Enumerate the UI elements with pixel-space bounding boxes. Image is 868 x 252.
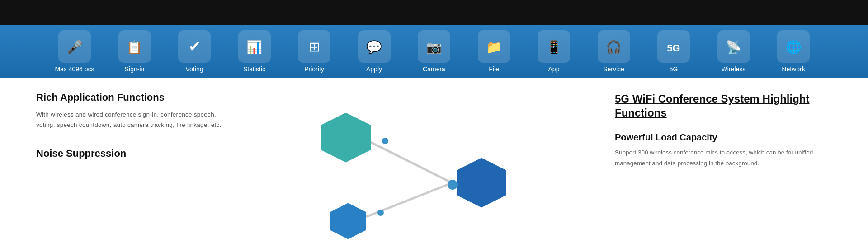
icon-item-voting[interactable]: Voting (174, 30, 215, 73)
noise-title: Noise Suppression (36, 148, 226, 159)
wireless-icon (726, 38, 741, 55)
app-icon (546, 38, 562, 55)
apply-icon (366, 38, 382, 55)
icon-label-signin: Sign-in (125, 65, 145, 73)
top-black-bar (0, 0, 868, 25)
icon-item-app[interactable]: App (533, 30, 574, 73)
camera-icon (426, 38, 442, 55)
icon-item-camera[interactable]: Camera (414, 30, 454, 73)
dot-bottom (377, 210, 384, 216)
icon-label-service: Service (603, 65, 624, 73)
icon-item-max4096[interactable]: Max 4096 pcs (54, 30, 95, 73)
statistic-icon (246, 38, 262, 55)
5g-icon (667, 38, 680, 55)
dot-center (448, 180, 458, 190)
main-title: 5G WiFi Conference System Highlight Func… (615, 92, 832, 120)
icon-label-5g: 5G (670, 65, 678, 73)
icon-box-max4096 (58, 30, 91, 63)
icon-label-priority: Priority (304, 65, 324, 73)
icon-box-wireless (717, 30, 750, 63)
icon-label-network: Network (782, 65, 805, 73)
icon-box-app (538, 30, 570, 63)
priority-icon (309, 38, 320, 55)
signin-icon (127, 38, 142, 55)
icon-box-camera (418, 30, 450, 63)
icon-item-5g[interactable]: 5G (653, 30, 694, 73)
network-icon (786, 38, 802, 55)
icon-label-camera: Camera (423, 65, 445, 73)
file-icon (486, 38, 502, 55)
icon-item-priority[interactable]: Priority (294, 30, 335, 73)
diagram-container (316, 113, 506, 239)
icon-box-network (777, 30, 810, 63)
middle-diagram (226, 92, 597, 252)
icon-item-wireless[interactable]: Wireless (713, 30, 754, 73)
rich-app-desc: With wireless and wired conference sign-… (36, 110, 226, 131)
dot-top (382, 138, 388, 144)
icon-label-file: File (489, 65, 499, 73)
icon-box-priority (298, 30, 330, 63)
content-area: Rich Application Functions With wireless… (0, 78, 868, 252)
voting-icon (189, 38, 201, 55)
icon-item-apply[interactable]: Apply (354, 30, 395, 73)
service-icon (606, 38, 622, 55)
icon-label-max4096: Max 4096 pcs (55, 65, 94, 73)
svg-line-0 (371, 142, 452, 183)
icon-box-signin (118, 30, 151, 63)
icon-label-app: App (548, 65, 560, 73)
icon-label-statistic: Statistic (243, 65, 265, 73)
right-desc: Support 300 wireless conference mics to … (615, 147, 832, 168)
icon-item-statistic[interactable]: Statistic (234, 30, 275, 73)
icon-item-signin[interactable]: Sign-in (114, 30, 155, 73)
sub-title: Powerful Load Capacity (615, 132, 832, 143)
icon-item-network[interactable]: Network (773, 30, 814, 73)
icon-box-voting (178, 30, 211, 63)
icon-box-file (478, 30, 510, 63)
icon-box-service (598, 30, 630, 63)
icon-box-statistic (238, 30, 271, 63)
icon-label-wireless: Wireless (722, 65, 746, 73)
icon-item-service[interactable]: Service (594, 30, 634, 73)
left-column: Rich Application Functions With wireless… (36, 92, 226, 252)
icon-box-apply (358, 30, 391, 63)
rich-app-title: Rich Application Functions (36, 92, 226, 103)
icon-bar: Max 4096 pcsSign-inVotingStatisticPriori… (0, 25, 868, 78)
icon-item-file[interactable]: File (474, 30, 514, 73)
right-column: 5G WiFi Conference System Highlight Func… (597, 92, 832, 252)
max4096-icon (67, 38, 83, 55)
icon-label-voting: Voting (186, 65, 203, 73)
icon-label-apply: Apply (366, 65, 382, 73)
icon-box-5g (657, 30, 690, 63)
